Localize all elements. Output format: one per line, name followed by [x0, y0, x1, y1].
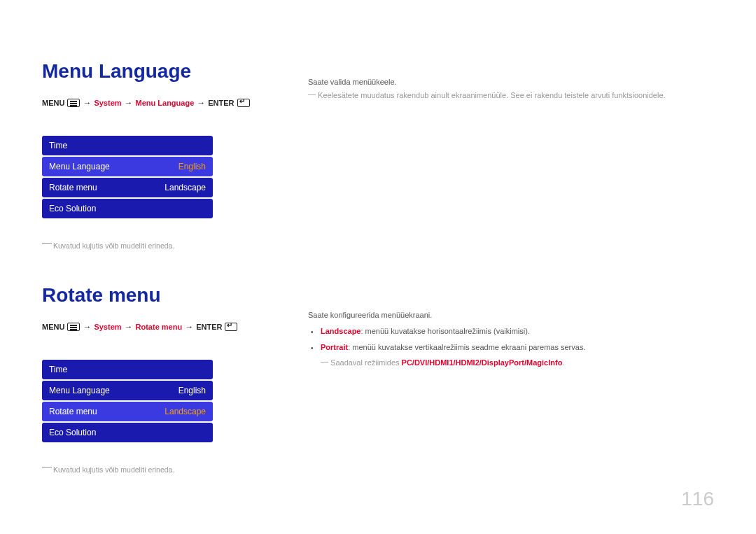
path-menu-label: MENU — [42, 323, 64, 331]
arrow-icon: → — [125, 98, 133, 108]
arrow-icon: → — [125, 322, 133, 332]
desc-menu-language-2: ― Keelesätete muudatus rakendub ainult e… — [308, 89, 714, 102]
desc-rotate-1: Saate konfigureerida menüüekraani. — [308, 309, 714, 322]
arrow-icon: → — [185, 322, 193, 332]
path-system: System — [94, 323, 121, 331]
path-item: Menu Language — [136, 99, 195, 107]
osd-value: Landscape — [164, 407, 206, 416]
breadcrumb-rotate-menu: MENU → System → Rotate menu → ENTER — [42, 322, 280, 332]
osd-label: Time — [49, 141, 67, 150]
enter-icon — [237, 99, 250, 107]
path-menu-label: MENU — [42, 99, 64, 107]
path-enter-label: ENTER — [196, 323, 222, 331]
page-number: 116 — [681, 488, 714, 510]
path-enter-label: ENTER — [208, 99, 234, 107]
osd-label: Eco Solution — [49, 428, 96, 437]
osd-row-menu-language[interactable]: Menu Language English — [42, 381, 213, 400]
breadcrumb-menu-language: MENU → System → Menu Language → ENTER — [42, 98, 280, 108]
footnote-2: ―Kuvatud kujutis võib mudeliti erineda. — [42, 463, 280, 475]
arrow-icon: → — [197, 98, 205, 108]
osd-row-menu-language[interactable]: Menu Language English — [42, 157, 213, 176]
list-item: Landscape: menüü kuvatakse horisontaalre… — [321, 325, 714, 338]
osd-row-eco-solution[interactable]: Eco Solution — [42, 199, 213, 218]
desc-menu-language-1: Saate valida menüükeele. — [308, 76, 714, 89]
heading-menu-language: Menu Language — [42, 60, 280, 83]
osd-row-time[interactable]: Time — [42, 360, 213, 379]
osd-label: Time — [49, 365, 67, 374]
osd-label: Eco Solution — [49, 204, 96, 213]
rotate-options-list: Landscape: menüü kuvatakse horisontaalre… — [308, 325, 714, 353]
osd-value: English — [178, 386, 206, 395]
osd-row-rotate-menu[interactable]: Rotate menu Landscape — [42, 178, 213, 197]
osd-panel-1: Time Menu Language English Rotate menu L… — [42, 136, 213, 218]
menu-icon — [67, 323, 80, 331]
osd-row-time[interactable]: Time — [42, 136, 213, 155]
heading-rotate-menu: Rotate menu — [42, 284, 280, 307]
menu-icon — [67, 99, 80, 107]
arrow-icon: → — [83, 322, 91, 332]
footnote-1: ―Kuvatud kujutis võib mudeliti erineda. — [42, 239, 280, 251]
desc-rotate-note: ― Saadaval režiimides PC/DVI/HDMI1/HDMI2… — [308, 356, 714, 370]
list-item: Portrait: menüü kuvatakse vertikaalrežii… — [321, 341, 714, 354]
path-item: Rotate menu — [136, 323, 183, 331]
osd-row-eco-solution[interactable]: Eco Solution — [42, 423, 213, 442]
enter-icon — [225, 323, 237, 331]
osd-label: Rotate menu — [49, 407, 97, 416]
path-system: System — [94, 99, 121, 107]
osd-value: English — [178, 162, 206, 171]
osd-label: Menu Language — [49, 386, 110, 395]
osd-panel-2: Time Menu Language English Rotate menu L… — [42, 360, 213, 442]
osd-label: Rotate menu — [49, 183, 97, 192]
osd-value: Landscape — [164, 183, 206, 192]
osd-label: Menu Language — [49, 162, 110, 171]
osd-row-rotate-menu[interactable]: Rotate menu Landscape — [42, 402, 213, 421]
arrow-icon: → — [83, 98, 91, 108]
